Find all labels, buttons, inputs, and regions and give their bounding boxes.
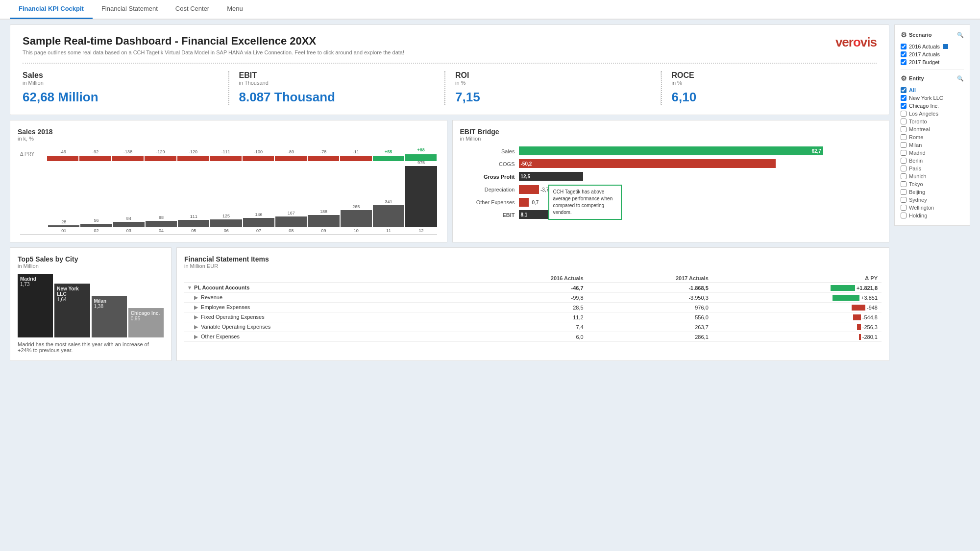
delta-value-variable: -256,3	[862, 324, 878, 330]
checkbox-new-york[interactable]	[901, 95, 906, 101]
nav-item-menu[interactable]: Menu	[218, 0, 252, 19]
entity-search-icon[interactable]: 🔍	[957, 75, 964, 82]
checkbox-wellington[interactable]	[901, 205, 906, 211]
filter-entity-tokyo[interactable]: Tokyo	[901, 180, 964, 188]
checkbox-toronto[interactable]	[901, 119, 906, 124]
filter-entity-toronto[interactable]: Toronto	[901, 118, 964, 125]
checkbox-beijing[interactable]	[901, 189, 906, 195]
checkbox-tokyo[interactable]	[901, 181, 906, 187]
kpi-roce-value: 6,10	[672, 90, 867, 105]
scenario-filter-header: ⚙ Scenario 🔍	[901, 31, 964, 39]
label-tokyo: Tokyo	[909, 181, 923, 187]
expand-variable[interactable]: ▶	[194, 324, 198, 330]
expand-employee[interactable]: ▶	[194, 304, 198, 310]
row-label-fixed: Fixed Operating Expenses	[201, 314, 265, 320]
filter-entity-montreal[interactable]: Montreal	[901, 125, 964, 133]
label-beijing: Beijing	[909, 189, 925, 195]
filter-entity-rome[interactable]: Rome	[901, 133, 964, 141]
checkbox-2016-actuals[interactable]	[901, 44, 906, 49]
filter-entity-holding[interactable]: Holding	[901, 212, 964, 219]
delta-value-pl: +1.821,8	[857, 285, 878, 291]
checkbox-munich[interactable]	[901, 173, 906, 179]
filter-entity-los-angeles[interactable]: Los Angeles	[901, 110, 964, 118]
delta-value-employee: -948	[867, 305, 878, 311]
checkbox-milan[interactable]	[901, 142, 906, 148]
sales-chart-section: Sales 2018 in k, % Δ PRY -46	[10, 120, 447, 242]
city-label-madrid: Madrid	[20, 276, 50, 282]
nav-item-kpi-cockpit[interactable]: Financial KPI Cockpit	[10, 0, 93, 19]
expand-revenue[interactable]: ▶	[194, 294, 198, 300]
filter-scenario-2017[interactable]: 2017 Actuals	[901, 50, 964, 58]
filter-panel: ⚙ Scenario 🔍 2016 Actuals 2017 Actuals	[894, 24, 970, 361]
city-value-new-york: 1,64	[57, 297, 87, 302]
sales-chart-subtitle: in k, %	[18, 136, 440, 142]
label-2017-budget: 2017 Budget	[909, 59, 939, 65]
city-value-madrid: 1,73	[20, 282, 50, 287]
kpi-ebit-label: EBIT	[239, 71, 435, 80]
filter-entity-milan[interactable]: Milan	[901, 141, 964, 149]
top5-subtitle: in Million	[18, 263, 164, 269]
sales-chart-area: Δ PRY -46 -92	[18, 146, 440, 235]
label-2017-actuals: 2017 Actuals	[909, 51, 940, 57]
kpi-ebit-value: 8.087 Thousand	[239, 90, 435, 105]
main-content: Sample Real-time Dashboard - Financial E…	[0, 20, 980, 366]
checkbox-los-angeles[interactable]	[901, 111, 906, 117]
row-delta-revenue: +3.851	[712, 293, 882, 303]
scenario-search-icon[interactable]: 🔍	[957, 32, 964, 38]
ebit-row-ebit: EBIT 8,1	[460, 210, 858, 220]
ebit-tooltip: CCH Tagetik has above average performanc…	[548, 185, 622, 220]
label-sydney: Sydney	[909, 197, 927, 203]
nav-item-cost-center[interactable]: Cost Center	[167, 0, 218, 19]
expand-fixed[interactable]: ▶	[194, 314, 198, 320]
ebit-label-ebit: EBIT	[460, 212, 519, 218]
ebit-row-cogs: COGS -50,2	[460, 159, 858, 169]
filter-entity-new-york[interactable]: New York LLC	[901, 94, 964, 102]
checkbox-2017-actuals[interactable]	[901, 51, 906, 57]
checkbox-berlin[interactable]	[901, 158, 906, 164]
filter-scenario-2016[interactable]: 2016 Actuals	[901, 43, 964, 50]
page-title: Sample Real-time Dashboard - Financial E…	[23, 35, 404, 48]
filter-entity-madrid[interactable]: Madrid	[901, 149, 964, 157]
filter-panel-inner: ⚙ Scenario 🔍 2016 Actuals 2017 Actuals	[894, 24, 970, 226]
scenario-filter-label: Scenario	[909, 32, 931, 38]
checkbox-sydney[interactable]	[901, 197, 906, 203]
nav-item-financial-statement[interactable]: Financial Statement	[93, 0, 167, 19]
checkbox-rome[interactable]	[901, 134, 906, 140]
checkbox-montreal[interactable]	[901, 126, 906, 132]
filter-entity-wellington[interactable]: Wellington	[901, 204, 964, 212]
table-row: ▶ Revenue -99,8 -3.950,3 +3.851	[184, 293, 882, 303]
filter-entity-paris[interactable]: Paris	[901, 165, 964, 172]
filter-entity-beijing[interactable]: Beijing	[901, 188, 964, 196]
filter-entity-chicago[interactable]: Chicago Inc.	[901, 102, 964, 110]
expand-pl-accounts[interactable]: ▾	[188, 285, 191, 290]
delta-value-revenue: +3.851	[861, 295, 878, 301]
filter-entity-all[interactable]: All	[901, 86, 964, 94]
header-card: Sample Real-time Dashboard - Financial E…	[10, 24, 889, 115]
nav-bar: Financial KPI Cockpit Financial Statemen…	[0, 0, 980, 20]
kpi-roce-unit: in %	[672, 80, 867, 86]
checkbox-holding[interactable]	[901, 213, 906, 218]
checkbox-paris[interactable]	[901, 166, 906, 171]
row-col1-fixed: 11,2	[463, 312, 588, 322]
checkbox-chicago[interactable]	[901, 103, 906, 109]
label-berlin: Berlin	[909, 158, 923, 164]
row-label-pl: PL Account Accounts	[194, 285, 249, 290]
row-col1-employee: 28,5	[463, 303, 588, 312]
filter-entity-sydney[interactable]: Sydney	[901, 196, 964, 204]
row-delta-fixed: -544,8	[712, 312, 882, 322]
filter-scenario-budget[interactable]: 2017 Budget	[901, 58, 964, 66]
city-value-chicago: 0,95	[131, 316, 161, 321]
kpi-roce-label: ROCE	[672, 71, 867, 80]
filter-entity-munich[interactable]: Munich	[901, 172, 964, 180]
filter-entity-berlin[interactable]: Berlin	[901, 157, 964, 165]
kpi-ebit-unit: in Thousand	[239, 80, 435, 86]
label-madrid: Madrid	[909, 150, 926, 156]
ebit-row-gross-profit: Gross Profit 12,5	[460, 172, 858, 182]
checkbox-2017-budget[interactable]	[901, 59, 906, 65]
entity-filter-header: ⚙ Entity 🔍	[901, 74, 964, 82]
expand-other[interactable]: ▶	[194, 334, 198, 339]
page-subtitle: This page outlines some real data based …	[23, 49, 404, 55]
checkbox-all[interactable]	[901, 87, 906, 93]
checkbox-madrid[interactable]	[901, 150, 906, 156]
label-los-angeles: Los Angeles	[909, 111, 938, 117]
